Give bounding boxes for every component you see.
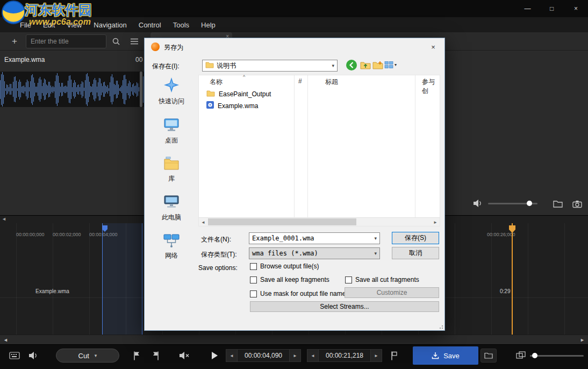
zoom-display-icon [516,351,526,361]
place-network[interactable]: 网络 [163,233,180,260]
play-button[interactable] [210,351,219,360]
resize-grip[interactable] [438,323,443,329]
scroll-left-icon[interactable]: ◄ [3,337,8,343]
new-folder-button[interactable] [372,60,383,70]
media-file-icon [206,101,214,110]
column-artists[interactable]: 参与创 [422,77,440,96]
snapshot-button[interactable] [571,198,584,210]
dialog-close-button[interactable]: × [422,38,444,55]
customize-button[interactable]: Customize [345,287,439,298]
filename-combobox[interactable]: Example_0001.wma ▾ [249,232,380,244]
select-streams-button[interactable]: Select Streams... [250,301,439,312]
checkbox-save-keep-fragments[interactable]: Save all keep fragments [250,276,329,283]
minimize-button[interactable]: — [515,0,540,17]
watermark-title: 河东软件园 [25,1,92,19]
file-item-media[interactable]: Example.wma [206,101,258,110]
start-time-decrement-button[interactable]: ◄ [226,349,238,362]
maximize-button[interactable]: □ [540,0,564,17]
search-button[interactable] [110,36,123,47]
add-tab-button[interactable]: + [8,36,21,47]
menu-control[interactable]: Control [133,17,167,32]
timeline-scrollbar[interactable]: ◄ ► [0,335,588,344]
column-number[interactable]: # [298,77,302,85]
back-button[interactable] [346,59,357,71]
volume-slider-knob[interactable] [527,201,532,206]
file-item-folder[interactable]: EasePaint_Output [206,90,271,98]
goto-end-marker-button[interactable] [388,350,399,361]
shortcut-keys-button[interactable] [8,350,21,361]
place-this-pc[interactable]: 此电脑 [162,195,181,222]
selection-region[interactable] [102,223,142,335]
waveform-scrollbar[interactable] [140,72,142,107]
end-time-value[interactable]: 00:00:21,218 [319,349,370,362]
track-name: Example.wma [35,288,69,294]
dialog-title: 另存为 [164,43,183,52]
save-in-label: 保存在(I): [152,62,180,71]
filename-value: Example_0001.wma [252,235,314,242]
combo-arrow-icon[interactable]: ▾ [371,251,377,256]
scrollbar-thumb[interactable] [208,218,356,225]
mute-button[interactable] [177,350,191,361]
timeline-tick: 00:00:26;000 [487,232,515,237]
libraries-icon [163,157,180,172]
close-button[interactable]: × [564,0,588,17]
scroll-left-icon[interactable]: ◄ [199,218,207,226]
timeline-scroll-left-icon[interactable]: ◄ [2,216,6,222]
place-libraries[interactable]: 库 [163,157,180,183]
view-menu-caret-icon: ▾ [395,62,397,67]
title-input[interactable] [26,34,106,48]
place-label: 桌面 [165,136,178,145]
scroll-right-icon[interactable]: ► [580,337,585,343]
column-name[interactable]: 名称 [210,77,223,87]
start-time-spinner: ◄ 00:00:04,090 ► [226,349,301,362]
zoom-slider[interactable] [530,355,584,357]
file-list[interactable]: ^ 名称 # 标题 参与创 EasePaint_Output Example.w… [198,75,440,226]
dialog-save-button[interactable]: 保存(S) [392,232,439,244]
end-marker-icon [152,351,160,361]
end-time-decrement-button[interactable]: ◄ [307,349,319,362]
timeline-tick: 00:00:00;000 [16,232,45,237]
combo-arrow-icon[interactable]: ▾ [329,63,334,68]
menu-help[interactable]: Help [195,17,221,32]
checkbox-use-mask[interactable]: Use mask for output file names [250,290,349,297]
menu-navigation[interactable]: Navigation [88,17,132,32]
playhead[interactable] [512,223,513,335]
scroll-right-icon[interactable]: ► [431,218,440,226]
search-icon [112,37,120,46]
keyboard-icon [9,352,20,359]
checkbox-label: Browse output file(s) [260,262,319,270]
filetype-combobox[interactable]: wma files (*.wma) ▾ [249,247,380,259]
checkbox-icon [250,263,257,270]
file-list-scrollbar[interactable]: ◄ ► [199,217,440,226]
menu-tools[interactable]: Tools [167,17,195,32]
save-in-combobox[interactable]: 说明书 ▾ [202,60,338,72]
volume-slider[interactable] [488,203,537,204]
checkbox-save-cut-fragments[interactable]: Save all cut fragments [345,276,419,283]
track-duration: 0:29 [500,288,510,294]
place-quick-access[interactable]: 快速访问 [159,77,184,106]
open-folder-button[interactable] [551,198,564,210]
output-folder-button[interactable] [481,349,497,363]
desktop-icon [163,117,180,134]
set-start-marker-button[interactable] [131,350,141,361]
zoom-slider-knob[interactable] [532,353,537,358]
waveform[interactable] [0,72,144,107]
save-button[interactable]: Save [413,346,478,365]
dialog-cancel-button[interactable]: 取消 [392,247,439,259]
selection-start-flag-icon[interactable] [102,225,107,232]
place-desktop[interactable]: 桌面 [163,117,180,145]
back-icon [346,59,357,71]
start-time-increment-button[interactable]: ► [289,349,301,362]
dialog-titlebar[interactable]: 另存为 × [145,38,444,55]
column-title[interactable]: 标题 [325,77,338,87]
list-menu-button[interactable] [128,36,141,47]
up-folder-button[interactable] [360,60,371,70]
combo-arrow-icon[interactable]: ▾ [371,236,377,241]
end-time-increment-button[interactable]: ► [370,349,382,362]
view-menu-button[interactable]: ▾ [384,61,397,69]
audio-output-button[interactable] [27,350,40,361]
start-time-value[interactable]: 00:00:04,090 [238,349,289,362]
checkbox-browse-output[interactable]: Browse output file(s) [250,262,319,270]
set-end-marker-button[interactable] [150,350,161,361]
mode-dropdown[interactable]: Cut ▾ [56,349,119,363]
